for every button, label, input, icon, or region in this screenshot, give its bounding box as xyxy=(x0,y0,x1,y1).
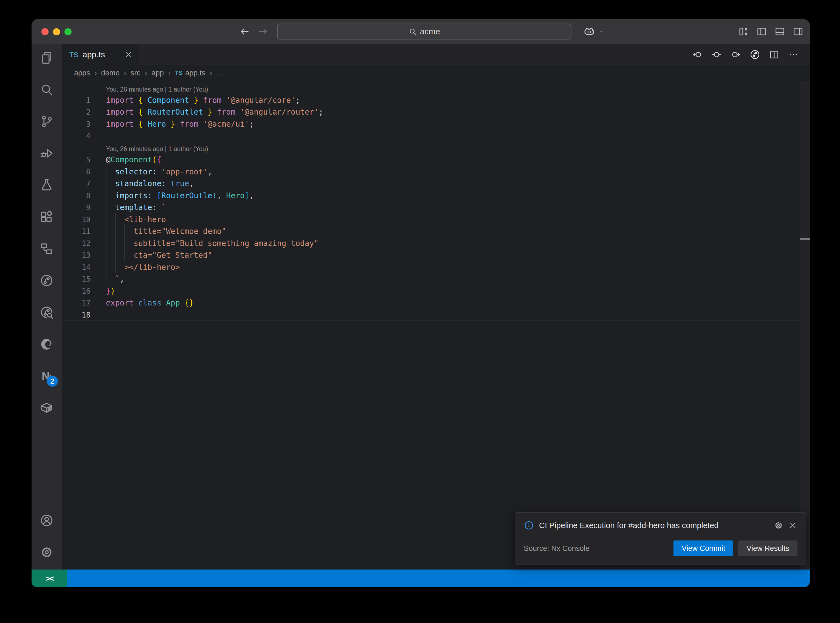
activity-item-settings[interactable] xyxy=(39,545,54,560)
code-line: 2import { RouterOutlet } from '@angular/… xyxy=(62,106,810,118)
activity-item-source-control[interactable] xyxy=(39,114,54,129)
toast-close-icon[interactable] xyxy=(788,521,797,530)
traffic-light-close[interactable] xyxy=(41,28,49,35)
code-line: 18 xyxy=(62,309,810,321)
code-editor[interactable]: You, 26 minutes ago | 1 author (You)1imp… xyxy=(62,81,810,569)
line-number: 12 xyxy=(62,239,91,248)
line-number: 6 xyxy=(62,167,91,176)
code-line: 8 imports: [RouterOutlet, Hero], xyxy=(62,190,810,202)
code-line: 17export class App {} xyxy=(62,297,810,309)
activity-item-search[interactable] xyxy=(39,82,54,97)
activity-item-testing[interactable] xyxy=(39,178,54,192)
code-line: 7 standalone: true, xyxy=(62,178,810,190)
code-line: 15 `, xyxy=(62,273,810,285)
activity-item-extensions[interactable] xyxy=(39,210,54,224)
code-line: 3import { Hero } from '@acme/ui'; xyxy=(62,118,810,130)
code-line: 16}) xyxy=(62,285,810,297)
traffic-light-zoom[interactable] xyxy=(64,28,72,35)
tab-app-ts[interactable]: TS app.ts xyxy=(62,44,138,65)
activity-bar-bottom xyxy=(39,513,54,560)
view-results-button[interactable]: View Results xyxy=(738,540,797,556)
line-number: 9 xyxy=(62,203,91,212)
code-line: 4 xyxy=(62,130,810,142)
back-arrow-icon[interactable] xyxy=(239,26,250,37)
view-commit-button[interactable]: View Commit xyxy=(674,540,734,556)
codelens-annotation[interactable]: You, 26 minutes ago | 1 author (You) xyxy=(62,82,810,94)
compare-change-icon[interactable] xyxy=(711,49,722,60)
breadcrumb-separator: › xyxy=(168,68,170,78)
forward-arrow-icon[interactable] xyxy=(258,26,269,37)
line-number: 5 xyxy=(62,155,91,164)
tab-close-icon[interactable] xyxy=(124,51,132,59)
breadcrumb-item[interactable]: … xyxy=(217,69,224,77)
typescript-file-icon: TS xyxy=(69,50,78,59)
line-number: 8 xyxy=(62,192,91,200)
vscode-window: acme N›2 TS app.ts apps›demo›src›app›TSa… xyxy=(32,19,810,587)
indent-guide xyxy=(124,226,125,261)
search-icon xyxy=(408,28,417,36)
next-change-icon[interactable] xyxy=(730,49,741,60)
split-editor-icon[interactable] xyxy=(769,49,780,60)
tab-label: app.ts xyxy=(83,50,105,59)
codelens-annotation[interactable]: You, 26 minutes ago | 1 author (You) xyxy=(62,142,810,154)
scrollbar-mark xyxy=(800,238,810,240)
code-line: 13 cta="Get Started" xyxy=(62,249,810,261)
activity-item-hierarchy[interactable] xyxy=(39,241,54,256)
title-bar: acme xyxy=(32,19,810,44)
breadcrumb-item[interactable]: src xyxy=(131,69,140,77)
activity-item-gitlens-inspect[interactable] xyxy=(39,305,54,320)
traffic-light-minimize[interactable] xyxy=(53,28,60,35)
code-line: 11 title="Welcmoe demo" xyxy=(62,226,810,238)
line-number: 13 xyxy=(62,251,91,259)
line-number: 2 xyxy=(62,108,91,116)
activity-item-containers[interactable] xyxy=(39,400,54,415)
breadcrumb-item[interactable]: apps xyxy=(74,69,90,77)
indent-guide xyxy=(115,213,116,273)
chevron-down-icon xyxy=(598,28,604,35)
line-number: 18 xyxy=(62,311,91,319)
line-number: 14 xyxy=(62,263,91,272)
code-line: 5@Component({ xyxy=(62,154,810,166)
more-icon[interactable] xyxy=(788,49,799,60)
remote-indicator[interactable]: >< xyxy=(32,569,67,587)
breadcrumb-separator: › xyxy=(124,68,126,78)
activity-item-edge-tools[interactable] xyxy=(39,337,54,351)
activity-item-run-debug[interactable] xyxy=(39,146,54,161)
info-icon xyxy=(524,520,534,531)
history-nav xyxy=(239,19,269,44)
activity-item-nx-console[interactable]: N›2 xyxy=(39,368,54,384)
copilot-menu[interactable] xyxy=(583,19,604,44)
toast-settings-gear-icon[interactable] xyxy=(774,521,783,530)
code-line: 10 <lib-hero xyxy=(62,213,810,226)
activity-bar-top: N›2 xyxy=(39,51,54,415)
search-value: acme xyxy=(420,27,440,36)
breadcrumb-item[interactable]: demo xyxy=(101,69,120,77)
line-number: 1 xyxy=(62,96,91,104)
prev-change-icon[interactable] xyxy=(692,49,703,60)
layout-controls xyxy=(738,19,804,44)
breadcrumb-item[interactable]: TSapp.ts xyxy=(175,69,206,77)
toast-buttons: View CommitView Results xyxy=(674,540,797,556)
command-center-search[interactable]: acme xyxy=(277,24,571,40)
breadcrumb-item[interactable]: app xyxy=(151,69,164,77)
line-number: 15 xyxy=(62,275,91,283)
window-controls xyxy=(41,28,72,35)
activity-badge: 2 xyxy=(47,376,58,387)
breadcrumb: apps›demo›src›app›TSapp.ts›… xyxy=(62,65,810,81)
activity-item-accounts[interactable] xyxy=(39,513,54,528)
layout-sidebar-icon[interactable] xyxy=(756,26,768,37)
activity-item-explorer[interactable] xyxy=(39,51,54,65)
layout-panel-icon[interactable] xyxy=(774,26,786,37)
activity-item-gitlens[interactable] xyxy=(39,273,54,288)
commit-graph-icon[interactable] xyxy=(749,49,760,60)
line-number: 16 xyxy=(62,287,91,295)
code-line: 14 ></lib-hero> xyxy=(62,261,810,273)
line-number: 7 xyxy=(62,180,91,188)
editor-group: TS app.ts apps›demo›src›app›TSapp.ts›… Y… xyxy=(62,44,810,569)
customize-layout-icon[interactable] xyxy=(738,26,749,37)
notification-toast: CI Pipeline Execution for #add-hero has … xyxy=(514,512,806,565)
line-number: 3 xyxy=(62,120,91,128)
code-line: 9 template: ` xyxy=(62,201,810,213)
scrollbar[interactable] xyxy=(800,81,810,569)
layout-secondary-icon[interactable] xyxy=(792,26,804,37)
